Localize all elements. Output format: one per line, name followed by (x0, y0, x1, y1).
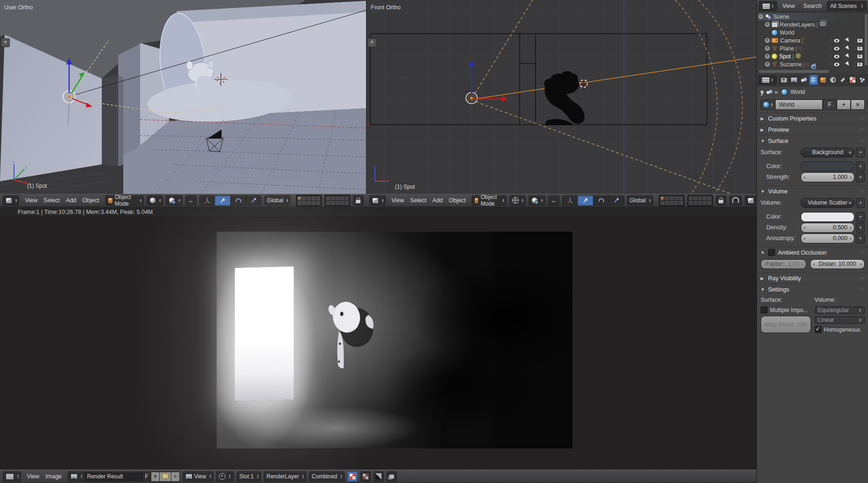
pin-icon[interactable] (761, 91, 763, 93)
editor-type-button[interactable] (369, 195, 386, 206)
expand-toggle[interactable]: + (764, 53, 770, 59)
tab-constraints[interactable] (829, 75, 838, 85)
volume-anim-decorator[interactable] (856, 198, 865, 208)
image-browse-dropdown[interactable] (68, 471, 85, 482)
render-pass-dropdown[interactable]: Combined (309, 471, 345, 482)
hide-toggle[interactable] (831, 46, 840, 51)
surface-shader-dropdown[interactable]: Background (801, 148, 854, 157)
ao-panel-header[interactable]: ▼Ambient Occlusion∷∷ (757, 247, 868, 258)
sampling-dropdown[interactable]: Equiangular (815, 306, 865, 314)
lock-to-scene-button[interactable] (716, 195, 727, 206)
density-slider[interactable]: 0.500 (801, 223, 854, 233)
transform-orientation-dropdown[interactable]: Global (264, 195, 290, 206)
renderable-toggle[interactable] (854, 54, 863, 59)
renderable-toggle[interactable] (854, 38, 863, 43)
mode-dropdown[interactable]: Object Mode (472, 195, 506, 206)
anisotropy-slider[interactable]: 0.000 (801, 234, 854, 243)
image-editor[interactable] (0, 217, 756, 469)
world-browse-dropdown[interactable] (761, 99, 775, 110)
density-anim-decorator[interactable] (856, 223, 865, 233)
menu-item[interactable]: Object (79, 197, 102, 204)
anisotropy-anim-decorator[interactable] (856, 234, 865, 243)
outliner-view-menu[interactable]: View (779, 3, 798, 9)
rgb-channel-button[interactable] (360, 471, 371, 482)
map-resolution-slider[interactable]: Map Resol: 256 (761, 316, 811, 333)
horizontal-scrollbar[interactable] (759, 70, 829, 73)
multiple-importance-checkbox[interactable] (761, 306, 768, 313)
hide-toggle[interactable] (831, 62, 840, 67)
menu-item[interactable]: View (21, 197, 41, 204)
outliner-row[interactable]: + Camera | (758, 36, 864, 44)
transform-orientation-dropdown[interactable]: Global (627, 195, 653, 206)
tab-render[interactable] (779, 75, 788, 85)
strength-slider[interactable]: 1.000 (801, 172, 854, 182)
editor-type-button[interactable] (3, 471, 21, 482)
region-expand-button[interactable]: + (1, 38, 10, 47)
ao-factor-slider[interactable]: Factor:1.00 (761, 259, 806, 269)
translate-manipulator-button[interactable] (215, 195, 231, 206)
properties-editor[interactable]: ▶ World World F + × ▶Custom Properties∷∷… (757, 74, 868, 483)
editor-type-button[interactable] (3, 195, 19, 206)
menu-item[interactable]: View (388, 197, 407, 204)
preview-panel[interactable]: ▶Preview∷∷ (757, 124, 868, 135)
tab-scene[interactable] (799, 75, 808, 85)
menu-item[interactable]: Add (429, 197, 446, 204)
surface-panel-header[interactable]: ▼Surface∷∷ (757, 135, 868, 146)
hide-toggle[interactable] (831, 54, 840, 59)
scale-manipulator-button[interactable] (608, 195, 624, 206)
volume-panel-header[interactable]: ▼Volume∷∷ (757, 186, 868, 197)
outliner-row[interactable]: + ▽ Plane | ▽ (758, 44, 864, 52)
suzanne-silhouette[interactable] (544, 71, 585, 124)
outliner-row[interactable]: World (758, 28, 864, 36)
outliner-row[interactable]: − Scene (758, 13, 864, 21)
tab-modifiers[interactable] (839, 75, 847, 85)
mode-dropdown[interactable]: Object Mode (105, 195, 143, 206)
proportional-edit-button[interactable]: ↔ (185, 195, 197, 206)
hide-toggle[interactable] (831, 38, 840, 43)
tab-texture[interactable] (848, 75, 857, 85)
menu-item[interactable]: Select (40, 197, 63, 204)
interpolation-dropdown[interactable]: Linear (815, 316, 865, 324)
viewport-front-ortho[interactable]: Front Ortho (1) Spot + (367, 0, 756, 194)
new-image-button[interactable]: + (151, 471, 160, 482)
volume-color-anim-decorator[interactable] (856, 212, 865, 222)
volume-shader-dropdown[interactable]: Volume Scatter (801, 198, 854, 208)
renderable-toggle[interactable] (854, 62, 863, 67)
expand-toggle[interactable]: − (758, 14, 764, 20)
outliner-row[interactable]: + Spot | (758, 52, 864, 60)
rotate-manipulator-button[interactable] (230, 195, 246, 206)
menu-item[interactable]: Image (42, 473, 65, 480)
tab-render-layers[interactable] (790, 75, 798, 85)
menu-item[interactable]: View (23, 473, 42, 480)
shading-dropdown[interactable] (147, 195, 163, 206)
fake-user-button[interactable]: F (142, 471, 151, 482)
layers-grid-2[interactable] (325, 195, 350, 206)
unlink-world-button[interactable]: × (851, 99, 865, 110)
expand-toggle[interactable]: + (764, 61, 770, 67)
layers-grid-1[interactable] (659, 195, 685, 206)
open-image-button[interactable] (159, 471, 171, 482)
tab-object[interactable] (819, 75, 828, 85)
ray-visibility-panel[interactable]: ▶Ray Visibility∷∷ (757, 273, 868, 284)
menu-item[interactable]: Select (407, 197, 430, 204)
editor-type-button[interactable] (759, 1, 777, 11)
orientation-sphere-dropdown[interactable] (166, 195, 182, 206)
strength-anim-decorator[interactable] (856, 172, 865, 182)
homogeneous-row[interactable]: Homogeneous (815, 326, 865, 333)
color-anim-decorator[interactable] (856, 162, 865, 171)
world-name-field[interactable]: World (775, 99, 823, 110)
homogeneous-checkbox[interactable] (815, 326, 822, 333)
expand-toggle[interactable]: + (764, 37, 770, 43)
shading-dropdown[interactable] (509, 195, 526, 206)
editor-type-button[interactable] (758, 75, 776, 85)
proportional-edit-button[interactable]: ↔ (548, 195, 559, 206)
image-name-field[interactable]: Render Result (85, 471, 143, 482)
manipulator-axis-button[interactable] (199, 195, 215, 206)
unlink-image-button[interactable]: × (171, 471, 180, 482)
new-world-button[interactable]: + (837, 99, 851, 110)
zbuffer-channel-button[interactable] (387, 471, 397, 482)
slot-dropdown[interactable]: Slot 1 (237, 471, 261, 482)
tab-world[interactable] (809, 75, 818, 85)
vertical-scrollbar[interactable] (865, 14, 868, 65)
volume-color-swatch[interactable] (801, 212, 854, 222)
